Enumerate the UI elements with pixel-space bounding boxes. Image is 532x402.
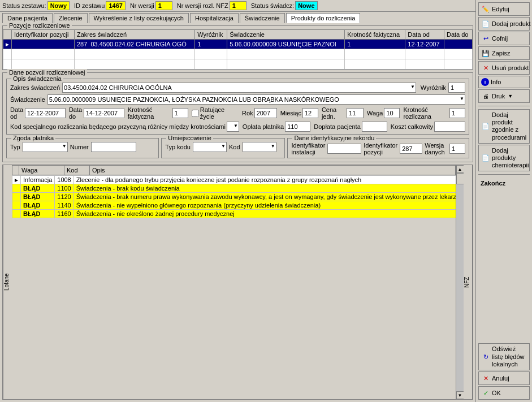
typ-kodu-select[interactable] [193,142,227,152]
nr-wersji-value: 1 [155,1,172,10]
zakres-sw-select[interactable]: 03.4500.024.02 CHIRURGIA OGÓLNA [62,83,416,93]
pozycje-title: Pozycje rozliczeniowe [7,23,72,29]
krotnosc-rozliczana-label: Krotność rozliczana [403,106,448,120]
doplata-pacjenta-input[interactable] [362,122,387,132]
error-row-blad-1160[interactable]: BŁĄD 1160 Świadczenia - nie określono ża… [12,210,456,218]
col-krotnosc: Krotność faktyczna [345,30,405,40]
typ-kodu-label: Typ kodu [165,144,191,150]
edytuj-icon: ✏️ [481,5,490,14]
edytuj-button[interactable]: ✏️ Edytuj [478,2,530,16]
ok-button[interactable]: ✓ OK [478,386,530,400]
dodaj-chemioterapii-button[interactable]: 📄 Dodaj produkty chemioterapii [478,145,530,172]
cofnij-button[interactable]: ↩ Cofnij [478,32,530,45]
id-pozycji-input[interactable] [400,144,422,154]
table-row[interactable]: ► 287 03.4500.024.02 CHIRURGIA OGÓ 1 5.0… [3,40,473,49]
odswierz-liste-button[interactable]: ↻ Odśwież listę błędów lokalnych [478,343,530,370]
zgoda-typ-label: Typ [10,144,20,150]
tab-swiadczenie[interactable]: Świadczenie [240,13,285,23]
wersja-danych-input[interactable] [449,144,465,154]
right-sidebar: ✏️ Edytuj 📄 Dodaj produkt ↩ Cofnij 💾 Zap… [475,0,532,402]
status-zestawu-label: Status zestawu: [2,2,46,9]
usun-produkt-icon: ✕ [481,63,490,72]
usun-produkt-button[interactable]: ✕ Usuń produkt [478,61,530,75]
zgoda-numer-label: Numer [70,144,89,150]
druk-button[interactable]: 🖨 Druk ▼ [478,89,530,103]
dodaj-zgodnie-icon: 📄 [481,122,490,131]
oplata-platnika-label: Opłata płatnika [243,123,284,130]
dodaj-chemo-icon: 📄 [481,154,490,163]
zakres-sw-label: Zakres świadczeń [10,84,60,91]
anuluj-icon: ✕ [481,374,490,383]
status-swiadcz-label: Status świadcz: [251,2,294,9]
tab-dane-pacjenta[interactable]: Dane pacjenta [2,13,53,23]
umiejscowienie-title: Umiejscowienie [166,135,213,141]
zapisz-icon: 💾 [481,49,490,58]
id-zestawu-label: ID zestawu [74,2,105,9]
miesiac-input[interactable] [302,108,318,118]
tab-zlecenie[interactable]: Zlecenie [54,13,88,23]
zgoda-typ-select[interactable] [23,142,68,152]
dane-id-title: Dane identyfikacyjne rekordu [292,135,376,141]
data-od-label: Data od [10,106,24,120]
table-row-empty2 [3,59,473,70]
error-row-blad-1120[interactable]: BŁĄD 1120 Świadczenia - brak numeru praw… [12,193,456,201]
druk-icon: 🖨 [481,92,490,101]
tab-produkty[interactable]: Produkty do rozliczenia [286,13,361,23]
scroll-up-btn[interactable]: ▲ [456,165,464,173]
error-row-info[interactable]: ► Informacja 1008 Zlecenie - dla podaneg… [12,176,456,184]
swiadczenie-select[interactable]: 5.06.00.0000009 USUNIĘCIE PAZNOKCIA, ŁOŻ… [47,94,465,105]
scroll-thumb[interactable] [456,173,464,184]
dodaj-produkt-zgodnie-button[interactable]: 📄 Dodaj produkt zgodnie z procedurami [478,109,530,144]
waga-field-label: Waga [367,110,383,116]
status-zestawu-value: Nowy [47,1,70,10]
col-wyroznik: Wyróżnik [195,30,227,40]
krotnosc-rozliczana-input[interactable] [449,108,465,118]
dodaj-produkt-button[interactable]: 📄 Dodaj produkt [478,17,530,31]
id-instalacji-input[interactable] [327,144,361,154]
lofane-label: Lofane [3,165,12,399]
zapisz-button[interactable]: 💾 Zapisz [478,46,530,60]
col-data-do: Data do [444,30,472,40]
krotnosc-input[interactable] [172,108,188,118]
data-do-input[interactable] [84,108,124,118]
dodaj-produkt-icon: 📄 [481,19,490,28]
wersja-danych-label: Wersja danych [425,142,447,155]
data-do-label: Data do [69,106,83,120]
err-col-waga: Waga [19,166,64,175]
cena-jedn-label: Cena jedn. [322,106,345,120]
rok-input[interactable] [254,108,277,118]
info-button[interactable]: i Info [478,76,530,88]
kod-specjalnego-label: Kod specjalnego rozliczania będącego prz… [10,123,226,130]
col-id-pozycji: Identyfikator pozycji [11,30,74,40]
ratuje-zycie-checkbox[interactable] [192,110,199,117]
waga-input[interactable] [384,108,400,118]
scroll-down-btn[interactable]: ▼ [456,391,464,399]
cofnij-icon: ↩ [481,34,490,43]
tab-hospitalizacja[interactable]: Hospitalizacja [190,13,239,23]
sidebar-divider-1 [478,106,530,106]
tabs-bar: Dane pacjenta Zlecenie Wykreślenie z lis… [0,12,475,23]
zgoda-numer-input[interactable] [91,142,136,152]
koszt-calkowity-input[interactable] [434,122,465,132]
doplata-pacjenta-label: Dopłata pacjenta [314,123,361,130]
info-icon: i [481,78,489,86]
kod-specjalnego-select[interactable] [227,122,239,132]
error-row-blad-1100[interactable]: BŁĄD 1100 Świadczenia - brak kodu świadc… [12,184,456,193]
nr-wersji-label: Nr wersji [130,2,154,9]
miesiac-label: Miesiąc [280,110,301,116]
wyroznik-input[interactable] [448,83,465,93]
ok-icon: ✓ [481,388,490,397]
kod-select[interactable] [243,142,276,152]
data-od-input[interactable] [25,108,66,118]
error-row-blad-1140[interactable]: BŁĄD 1140 Świadczenia - nie wypełniono g… [12,201,456,210]
nr-wersji-roz-label: Nr wersji rozl. NFZ [177,2,228,9]
zgoda-platnika-title: Zgoda płatnika [11,135,55,141]
tab-wykresle[interactable]: Wykreślenie z listy oczekujących [89,13,189,23]
table-row-empty [3,49,473,59]
anuluj-button[interactable]: ✕ Anuluj [478,371,530,385]
cena-jedn-input[interactable] [347,108,364,118]
oplata-platnika-input[interactable] [285,122,310,132]
refresh-icon: ↻ [481,352,490,361]
err-col-kod: Kod [64,166,90,175]
status-swiadcz-value: Nowe [295,1,317,10]
